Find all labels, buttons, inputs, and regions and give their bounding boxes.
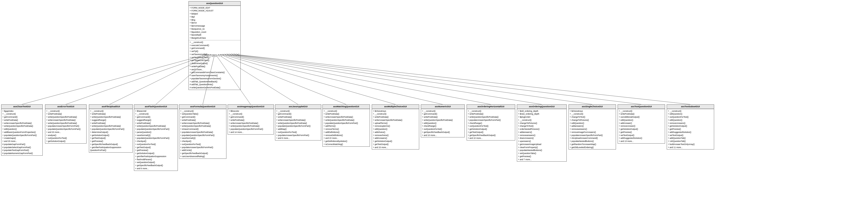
item: + removeDefinitions() [323, 134, 369, 137]
item: + 140QuestionTab() [668, 140, 713, 143]
item: + writeAnswerSpecificPostData() [229, 122, 273, 125]
item: + $NewUntd [135, 110, 177, 113]
item: + getPreview() [135, 149, 177, 152]
item: + __construct() [229, 112, 273, 116]
item: + writePostData() [276, 116, 320, 119]
item: + writeQuestionSpecificPostData() [422, 119, 464, 122]
item: + setQuestionTabs() [180, 112, 225, 116]
item: + getPreview() [518, 155, 565, 158]
box-assQuestionGUI: assQuestionGUI + FORM_MODE_EDIT + FORM_M… [188, 1, 241, 90]
item: + writeQuestionSpecificPostData() [90, 116, 132, 119]
item: + __construct() [135, 112, 177, 116]
box-content: + __construct() + writePostData() + writ… [467, 109, 515, 140]
item: + populateAnswerSpecificFormPart() [276, 134, 320, 137]
item: + getSolutionOutput() [90, 134, 132, 137]
item: + $choiceKeys [570, 110, 615, 113]
item: + populateNestedButtons() [570, 140, 615, 143]
item: + writeAnswerSpecificPostData() [323, 116, 369, 119]
svg-line-13 [235, 55, 641, 104]
item: # populateTextGapFormPart() [2, 149, 41, 152]
box-content: + __construct() + getCommand() + writePo… [421, 109, 464, 137]
item: + writePostData() [619, 112, 664, 116]
item: + removeAnswer() [619, 124, 664, 128]
box-assFileUploadGUI: assFileUploadGUI + __construct() + write… [89, 104, 133, 152]
item: + $gapIndex [2, 110, 41, 113]
box-assOrderingQuestionGUI: assOrderingQuestionGUI + $old_ordering_d… [517, 104, 567, 162]
box-content: + $NewUntd + __construct() + getCommand(… [134, 109, 178, 171]
item: + upanswers() [518, 140, 565, 143]
item: + writePostData() [422, 116, 464, 119]
item: + writeAnswerSpecificPostData() [180, 122, 225, 125]
item: + addBasicQuestionFormProperties() [2, 131, 41, 134]
item: + __construct() [2, 112, 41, 116]
item: + setTaxonomyIds() [190, 53, 240, 56]
box-content: + __construct() + writePostData() + writ… [89, 109, 132, 152]
item: + addSuggestedSolution() [668, 131, 713, 134]
item: + addQuestionTab() [668, 137, 713, 140]
item: + writeAnswerSpecificPostData() [46, 119, 85, 122]
item: + $old_ordering_depth [518, 110, 565, 113]
item: + __construct() [276, 110, 320, 113]
item: + writePostData() [90, 112, 132, 116]
item: + checkRange() [468, 122, 514, 125]
item: + getCommand() [229, 116, 273, 119]
item: + outQuestionForTest() [135, 143, 177, 146]
item: + uploadTerms() [373, 122, 418, 125]
box-assTextSubsetGUI: assTextSubsetGUI + __construct() + editQ… [667, 104, 714, 149]
item: + getAfterParticipationSuppression [90, 146, 132, 149]
item: + and 7 more... [518, 158, 565, 161]
box-assImagemapQuestionGUI: assImagemapQuestionGUI + $linecolor + __… [227, 104, 274, 135]
item: + addMap() [276, 128, 320, 131]
svg-line-0 [22, 55, 206, 104]
item: + populateQuestionSpecificFormPart() [229, 128, 273, 131]
item: + getSpecificFeedbackOutput() [90, 143, 132, 146]
item: + getSolutionOutput() [619, 128, 664, 131]
item: + getPreview() [619, 131, 664, 134]
item: + downAnswers() [518, 137, 565, 140]
box-assFlashQuestionGUI: assFlashQuestionGUI + $NewUntd + __const… [134, 104, 178, 171]
item: + checkRange() [422, 124, 464, 128]
item: + removeanswers() [570, 128, 615, 131]
item: + outAdditionalOutput() [619, 116, 664, 119]
item: + populateAnswerSpecificFormPart() [180, 146, 225, 149]
item: + $error [190, 21, 240, 24]
item: + writeAnswerSpecificPostData() [373, 119, 418, 122]
item: + changeToText() [570, 116, 615, 119]
item: + $sequence_no [190, 28, 240, 31]
item: + populateNestedButtons() [518, 149, 565, 152]
box-title-assQuestionGUI: assQuestionGUI [189, 1, 240, 6]
item: + and 20 more... [2, 140, 41, 143]
item: + populateTaxonomyFormSection() [190, 77, 240, 80]
item: + suggestRange() [90, 119, 132, 122]
box-content: + __construct() + editQuestion() + outQu… [667, 109, 714, 149]
item: + writePostData() [135, 122, 177, 125]
item: + getCommand() [422, 112, 464, 116]
item: # addTab_QuestionHints() [190, 83, 240, 86]
item: + writeQuestionSpecificPostData() [46, 116, 85, 119]
item: + __construct() [570, 112, 615, 116]
box-content: + $choiceKeys + __construct() + writePos… [372, 109, 419, 149]
item: + FORM_MODE_EDIT [190, 6, 240, 9]
box-title: assOrderingHorizontalGUI [467, 105, 515, 109]
item: + $targetGulClass [190, 36, 240, 39]
box-assMatchingQuestionGUI: assMatchingQuestionGUI + __construct() +… [322, 104, 370, 147]
box-content: + __construct() + writePostData() + outA… [618, 109, 665, 143]
box-assOrderingHorizontalGUI: assOrderingHorizontalGUI + __construct()… [467, 104, 515, 140]
item: + __construct() [190, 41, 240, 44]
item: + setQuestionOutput() [135, 161, 177, 164]
item: + saveNormalQ() [180, 137, 225, 140]
item: + and 6 more... [135, 167, 177, 170]
box-assFormulaQuestionGUI: assFormulaQuestionGUI + __construct() + … [179, 104, 226, 159]
box-assTextQuestionGUI: assTextQuestionGUI + __construct() + wri… [618, 104, 665, 144]
item: + getCommand() [276, 112, 320, 116]
item: + editQuestion() [668, 112, 713, 116]
item: + nlsUploadAnswerCommand() [570, 137, 615, 140]
item: + __construct() [468, 110, 514, 113]
item: + and 10 more... [468, 137, 514, 140]
item: + getRandornToAnswerMap() [570, 143, 615, 146]
item: + isCorrectMatching() [323, 143, 369, 146]
item: + writePostData() [2, 119, 41, 122]
item: + addTab_QuestionFeedback() [190, 80, 240, 83]
box-title: assFileUploadGUI [89, 105, 132, 109]
item: + getSpecificFeedbackOutput() [422, 131, 464, 134]
